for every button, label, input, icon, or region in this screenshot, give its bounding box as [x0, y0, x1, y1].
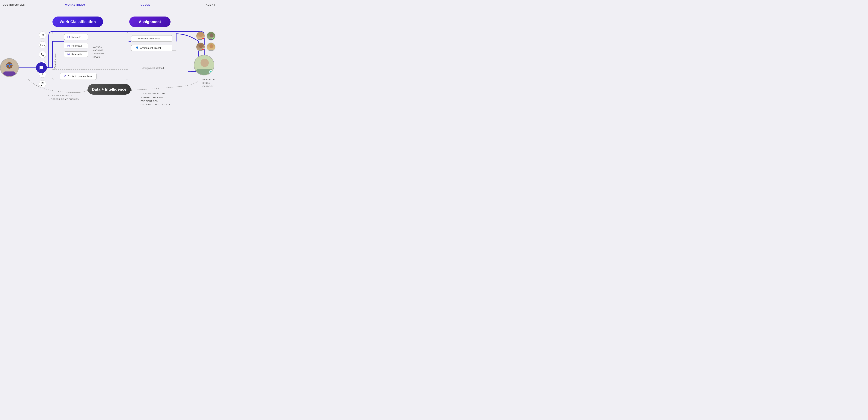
agent-avatar-3 — [196, 43, 205, 51]
svg-point-26 — [210, 44, 213, 48]
ruleset-item-2: ⋈ Ruleset 2 — [64, 43, 88, 49]
agent-active-badge — [209, 70, 213, 74]
header-queue: QUEUE — [141, 3, 150, 6]
agent-status-red-1 — [202, 37, 204, 40]
assignment-method-label: Assignment Method — [143, 67, 164, 69]
phone-icon: 📞 — [39, 51, 46, 58]
agent-avatar-2 — [207, 31, 216, 40]
prioritisation-icon: ↕ — [135, 37, 137, 40]
di-labels-left: CUSTOMER SIGNAL → ↗ DEEPER RELATIONSHIPS — [48, 94, 79, 101]
route-to-queue-box: ↱ Route to queue ruleset — [60, 73, 96, 80]
ruleset-item-n: ⋈ Ruleset N — [64, 51, 88, 57]
ruleset-icon-2: ⋈ — [67, 44, 70, 47]
execution-label: Execution order — [54, 53, 56, 68]
work-classification-box: Work Classification — [53, 17, 103, 27]
queue-item-assignment: 👤 Assignment ruleset — [131, 45, 173, 51]
agent-row-1 — [196, 31, 216, 40]
agent-avatar-4 — [207, 43, 216, 51]
header-channels: CHANNELS — [10, 3, 25, 6]
svg-rect-13 — [3, 72, 16, 77]
svg-point-22 — [210, 33, 213, 37]
agent-area — [196, 31, 216, 53]
chat-icon-circle — [36, 62, 47, 73]
chat-svg — [39, 65, 44, 71]
agent-status-red-2 — [202, 49, 204, 51]
di-labels-right: ← OPERATIONAL DATA ← EMPLOYEE SIGNAL EFF… — [141, 92, 170, 105]
svg-point-20 — [199, 33, 203, 37]
svg-marker-10 — [86, 89, 88, 91]
data-intelligence-box: Data + Intelligence — [88, 84, 131, 94]
header-workstream: WORKSTREAM — [65, 3, 85, 6]
agent-row-2 — [196, 43, 216, 51]
route-icon: ↱ — [64, 75, 66, 78]
queue-item-prioritisation: ↕ Prioritisation ruleset — [131, 35, 173, 41]
diagram-container: CUSTOMER CHANNELS WORKSTREAM QUEUE AGENT… — [0, 0, 217, 105]
ruleset-item-1: ⋈ Ruleset 1 — [64, 34, 88, 40]
agent-capability-labels: PRESENCE SKILLS CAPACITY — [203, 78, 215, 88]
main-agent-avatar — [194, 55, 214, 76]
assignment-box: Assignment — [129, 17, 170, 27]
sms-icon: SMS — [39, 41, 46, 49]
svg-point-28 — [200, 59, 209, 67]
queue-items: ↕ Prioritisation ruleset 👤 Assignment ru… — [131, 35, 173, 51]
svg-point-24 — [199, 44, 203, 48]
agent-avatar-1 — [196, 31, 205, 40]
header-agent: AGENT — [206, 3, 215, 6]
customer-person-svg — [1, 58, 18, 77]
email-icon: ✉ — [39, 31, 46, 39]
customer-avatar — [0, 58, 19, 77]
messenger-icon: 💬 — [39, 80, 46, 87]
ruleset-items: ⋈ Ruleset 1 ⋈ Ruleset 2 ⋈ Ruleset N — [64, 34, 88, 57]
channel-icons: ✉ SMS 📞 ⬡ 𝕏 💬 — [39, 31, 46, 87]
ml-rules-text: MANUAL + MACHINE LEARNING RULES — [93, 46, 104, 59]
ruleset-icon-1: ⋈ — [67, 35, 70, 38]
agent-status-green-1 — [213, 37, 215, 40]
ruleset-icon-n: ⋈ — [67, 53, 70, 56]
svg-marker-11 — [131, 89, 133, 91]
assignment-ruleset-icon: 👤 — [135, 46, 139, 49]
svg-rect-27 — [208, 50, 214, 51]
